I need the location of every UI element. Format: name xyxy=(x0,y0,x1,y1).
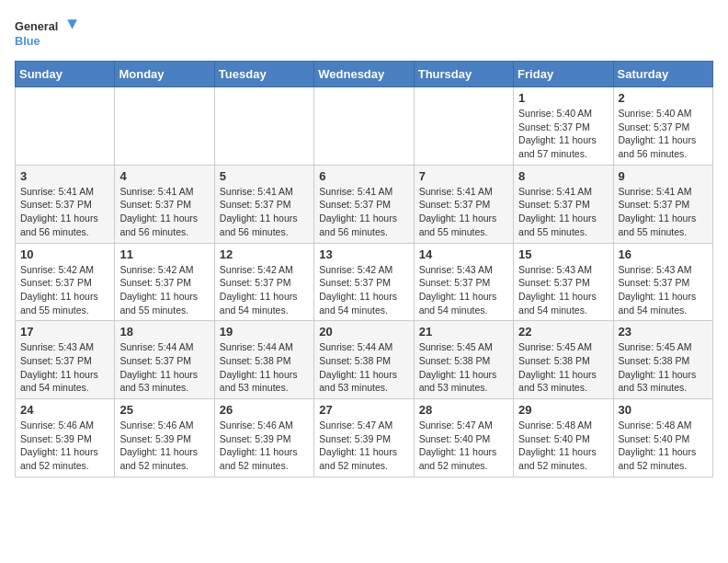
calendar-cell xyxy=(314,87,414,166)
daylight-hours: Daylight: 11 hours and 54 minutes. xyxy=(619,290,708,316)
calendar-cell: 29Sunrise: 5:48 AMSunset: 5:40 PMDayligh… xyxy=(514,399,613,477)
sunset-time: Sunset: 5:37 PM xyxy=(419,276,508,290)
daylight-hours: Daylight: 11 hours and 53 minutes. xyxy=(319,368,408,395)
day-info: Sunrise: 5:47 AMSunset: 5:40 PMDaylight:… xyxy=(419,419,508,473)
day-info: Sunrise: 5:47 AMSunset: 5:39 PMDaylight:… xyxy=(319,419,408,473)
sunset-time: Sunset: 5:37 PM xyxy=(619,198,708,212)
sunrise-time: Sunrise: 5:43 AM xyxy=(518,263,608,277)
calendar-cell: 11Sunrise: 5:42 AMSunset: 5:37 PMDayligh… xyxy=(115,243,214,321)
sunset-time: Sunset: 5:37 PM xyxy=(20,354,109,368)
daylight-hours: Daylight: 11 hours and 53 minutes. xyxy=(220,368,309,395)
day-number: 13 xyxy=(319,247,408,261)
day-number: 30 xyxy=(619,403,708,417)
day-info: Sunrise: 5:46 AMSunset: 5:39 PMDaylight:… xyxy=(20,419,109,473)
calendar-cell xyxy=(16,87,115,166)
sunrise-time: Sunrise: 5:41 AM xyxy=(419,185,508,199)
weekday-header-friday: Friday xyxy=(514,62,613,87)
daylight-hours: Daylight: 11 hours and 57 minutes. xyxy=(518,133,608,160)
sunset-time: Sunset: 5:40 PM xyxy=(419,432,508,446)
calendar-cell: 26Sunrise: 5:46 AMSunset: 5:39 PMDayligh… xyxy=(214,399,313,477)
calendar-cell: 20Sunrise: 5:44 AMSunset: 5:38 PMDayligh… xyxy=(314,321,414,399)
sunrise-time: Sunrise: 5:46 AM xyxy=(220,419,309,432)
day-number: 15 xyxy=(518,247,608,261)
daylight-hours: Daylight: 11 hours and 55 minutes. xyxy=(419,212,508,238)
day-number: 2 xyxy=(619,91,708,105)
day-info: Sunrise: 5:45 AMSunset: 5:38 PMDaylight:… xyxy=(619,340,708,395)
calendar-cell: 10Sunrise: 5:42 AMSunset: 5:37 PMDayligh… xyxy=(16,243,115,321)
calendar-cell: 14Sunrise: 5:43 AMSunset: 5:37 PMDayligh… xyxy=(414,243,513,321)
sunset-time: Sunset: 5:38 PM xyxy=(319,354,408,368)
day-number: 1 xyxy=(518,91,608,105)
day-info: Sunrise: 5:45 AMSunset: 5:38 PMDaylight:… xyxy=(518,340,608,395)
day-number: 9 xyxy=(619,169,708,183)
logo: General Blue xyxy=(15,15,79,52)
sunrise-time: Sunrise: 5:43 AM xyxy=(419,263,508,277)
day-info: Sunrise: 5:44 AMSunset: 5:38 PMDaylight:… xyxy=(220,340,309,395)
day-info: Sunrise: 5:43 AMSunset: 5:37 PMDaylight:… xyxy=(419,263,508,317)
sunrise-time: Sunrise: 5:41 AM xyxy=(319,185,408,199)
sunset-time: Sunset: 5:37 PM xyxy=(518,276,608,290)
calendar-cell: 19Sunrise: 5:44 AMSunset: 5:38 PMDayligh… xyxy=(214,321,313,399)
calendar-cell: 24Sunrise: 5:46 AMSunset: 5:39 PMDayligh… xyxy=(16,399,115,477)
daylight-hours: Daylight: 11 hours and 53 minutes. xyxy=(119,368,209,395)
calendar-week-row: 3Sunrise: 5:41 AMSunset: 5:37 PMDaylight… xyxy=(16,165,713,243)
day-info: Sunrise: 5:44 AMSunset: 5:37 PMDaylight:… xyxy=(119,340,209,395)
calendar-cell: 23Sunrise: 5:45 AMSunset: 5:38 PMDayligh… xyxy=(613,321,712,399)
weekday-header-thursday: Thursday xyxy=(414,62,513,87)
calendar-cell: 21Sunrise: 5:45 AMSunset: 5:38 PMDayligh… xyxy=(414,321,513,399)
calendar-cell: 25Sunrise: 5:46 AMSunset: 5:39 PMDayligh… xyxy=(115,399,214,477)
sunset-time: Sunset: 5:37 PM xyxy=(220,198,309,212)
sunrise-time: Sunrise: 5:42 AM xyxy=(119,263,209,277)
day-info: Sunrise: 5:43 AMSunset: 5:37 PMDaylight:… xyxy=(518,263,608,317)
day-number: 28 xyxy=(419,403,508,417)
calendar-cell: 2Sunrise: 5:40 AMSunset: 5:37 PMDaylight… xyxy=(613,87,712,166)
day-info: Sunrise: 5:40 AMSunset: 5:37 PMDaylight:… xyxy=(518,107,608,161)
calendar-cell: 18Sunrise: 5:44 AMSunset: 5:37 PMDayligh… xyxy=(115,321,214,399)
day-info: Sunrise: 5:42 AMSunset: 5:37 PMDaylight:… xyxy=(119,263,209,317)
daylight-hours: Daylight: 11 hours and 53 minutes. xyxy=(419,368,508,395)
calendar-cell: 1Sunrise: 5:40 AMSunset: 5:37 PMDaylight… xyxy=(514,87,613,166)
sunset-time: Sunset: 5:40 PM xyxy=(619,432,708,446)
daylight-hours: Daylight: 11 hours and 54 minutes. xyxy=(319,290,408,316)
sunset-time: Sunset: 5:37 PM xyxy=(319,198,408,212)
day-info: Sunrise: 5:41 AMSunset: 5:37 PMDaylight:… xyxy=(518,185,608,239)
day-info: Sunrise: 5:42 AMSunset: 5:37 PMDaylight:… xyxy=(220,263,309,317)
daylight-hours: Daylight: 11 hours and 52 minutes. xyxy=(419,445,508,472)
daylight-hours: Daylight: 11 hours and 52 minutes. xyxy=(220,445,309,472)
daylight-hours: Daylight: 11 hours and 56 minutes. xyxy=(20,212,109,238)
calendar-cell: 15Sunrise: 5:43 AMSunset: 5:37 PMDayligh… xyxy=(514,243,613,321)
sunrise-time: Sunrise: 5:41 AM xyxy=(619,185,708,199)
sunset-time: Sunset: 5:37 PM xyxy=(619,121,708,134)
calendar-cell: 3Sunrise: 5:41 AMSunset: 5:37 PMDaylight… xyxy=(16,165,115,243)
daylight-hours: Daylight: 11 hours and 56 minutes. xyxy=(220,212,309,238)
sunrise-time: Sunrise: 5:41 AM xyxy=(119,185,209,199)
day-info: Sunrise: 5:42 AMSunset: 5:37 PMDaylight:… xyxy=(20,263,109,317)
sunrise-time: Sunrise: 5:47 AM xyxy=(319,419,408,432)
sunrise-time: Sunrise: 5:45 AM xyxy=(419,340,508,354)
day-info: Sunrise: 5:40 AMSunset: 5:37 PMDaylight:… xyxy=(619,107,708,161)
sunrise-time: Sunrise: 5:41 AM xyxy=(20,185,109,199)
day-info: Sunrise: 5:41 AMSunset: 5:37 PMDaylight:… xyxy=(20,185,109,239)
daylight-hours: Daylight: 11 hours and 54 minutes. xyxy=(220,290,309,316)
sunset-time: Sunset: 5:37 PM xyxy=(319,276,408,290)
calendar-cell: 28Sunrise: 5:47 AMSunset: 5:40 PMDayligh… xyxy=(414,399,513,477)
day-number: 21 xyxy=(419,325,508,339)
sunset-time: Sunset: 5:37 PM xyxy=(518,121,608,134)
sunrise-time: Sunrise: 5:44 AM xyxy=(119,340,209,354)
day-number: 26 xyxy=(220,403,309,417)
day-info: Sunrise: 5:44 AMSunset: 5:38 PMDaylight:… xyxy=(319,340,408,395)
daylight-hours: Daylight: 11 hours and 55 minutes. xyxy=(119,290,209,316)
day-info: Sunrise: 5:41 AMSunset: 5:37 PMDaylight:… xyxy=(319,185,408,239)
sunset-time: Sunset: 5:37 PM xyxy=(119,354,209,368)
sunrise-time: Sunrise: 5:42 AM xyxy=(319,263,408,277)
day-number: 17 xyxy=(20,325,109,339)
day-number: 16 xyxy=(619,247,708,261)
sunrise-time: Sunrise: 5:41 AM xyxy=(518,185,608,199)
daylight-hours: Daylight: 11 hours and 52 minutes. xyxy=(518,445,608,472)
weekday-header-tuesday: Tuesday xyxy=(214,62,313,87)
sunset-time: Sunset: 5:39 PM xyxy=(220,432,309,446)
calendar-cell: 22Sunrise: 5:45 AMSunset: 5:38 PMDayligh… xyxy=(514,321,613,399)
daylight-hours: Daylight: 11 hours and 55 minutes. xyxy=(20,290,109,316)
sunrise-time: Sunrise: 5:44 AM xyxy=(319,340,408,354)
calendar-cell: 17Sunrise: 5:43 AMSunset: 5:37 PMDayligh… xyxy=(16,321,115,399)
